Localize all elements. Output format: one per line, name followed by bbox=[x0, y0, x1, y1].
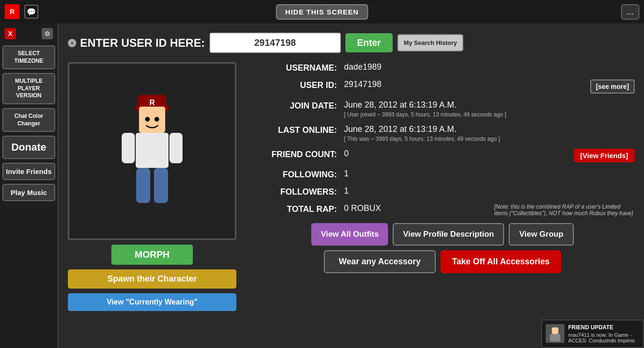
friend-update-content: FRIEND UPDATE mau7411 is now: In Game - … bbox=[568, 324, 639, 343]
invite-friends-button[interactable]: Invite Friends bbox=[2, 163, 55, 180]
search-label-text: ENTER USER ID HERE: bbox=[80, 36, 205, 50]
friendcount-value: 0 bbox=[344, 149, 564, 159]
wear-any-accessory-button[interactable]: Wear any Accessory bbox=[324, 250, 436, 273]
top-bar: R 💬 HIDE THIS SCREEN ... bbox=[0, 0, 644, 23]
chat-color-button[interactable]: Chat Color Changer bbox=[2, 108, 55, 132]
svg-rect-3 bbox=[139, 107, 165, 133]
svg-rect-9 bbox=[136, 168, 150, 203]
friendcount-label: FRIEND COUNT: bbox=[250, 149, 344, 160]
see-more-button[interactable]: [see more] bbox=[590, 80, 635, 94]
friend-update-title: FRIEND UPDATE bbox=[568, 324, 639, 331]
followers-label: FOLLOWERS: bbox=[250, 186, 344, 197]
view-profile-description-button[interactable]: View Profile Description bbox=[393, 223, 504, 246]
profile-area: R bbox=[68, 62, 635, 311]
view-currently-wearing-button[interactable]: View "Currently Wearing" bbox=[68, 293, 236, 311]
joindate-label: JOIN DATE: bbox=[250, 100, 344, 111]
view-all-outfits-button[interactable]: View All Outfits bbox=[311, 223, 388, 246]
search-input[interactable] bbox=[210, 33, 341, 53]
lastonline-label: LAST ONLINE: bbox=[250, 124, 344, 135]
friend-update-text: mau7411 is now: In Game - ACCES: Conduzi… bbox=[568, 332, 639, 343]
take-off-accessories-button[interactable]: Take Off All Accessories bbox=[440, 250, 561, 273]
svg-rect-10 bbox=[154, 168, 168, 203]
sidebar: X ⚙ SELECT TIMEZONE MULTIPLE PLAYER VERS… bbox=[0, 23, 59, 348]
avatar-section: R bbox=[68, 62, 236, 311]
followers-value: 1 bbox=[344, 186, 635, 196]
svg-rect-6 bbox=[136, 133, 168, 168]
svg-rect-7 bbox=[122, 133, 135, 163]
friend-avatar-icon bbox=[546, 324, 564, 343]
svg-point-5 bbox=[154, 117, 159, 122]
following-row: FOLLOWING: 1 bbox=[250, 169, 635, 180]
userid-row: USER ID: 29147198 [see more] bbox=[250, 80, 635, 94]
search-row: ● ENTER USER ID HERE: Enter My Search Hi… bbox=[68, 33, 635, 53]
username-value: dade1989 bbox=[344, 62, 635, 72]
chat-icon[interactable]: 💬 bbox=[24, 5, 38, 19]
username-label: USERNAME: bbox=[250, 62, 344, 73]
select-timezone-button[interactable]: SELECT TIMEZONE bbox=[2, 45, 55, 69]
joindate-sub: [ User joined ~ 3993 days, 5 hours, 13 m… bbox=[344, 111, 635, 118]
friendcount-row: FRIEND COUNT: 0 [View Friends] bbox=[250, 149, 635, 162]
friend-update-notification: FRIEND UPDATE mau7411 is now: In Game - … bbox=[541, 319, 644, 348]
totalrap-row: TOTAL RAP: 0 ROBUX [Note: this is the co… bbox=[250, 203, 635, 217]
view-friends-button[interactable]: [View Friends] bbox=[574, 149, 635, 162]
avatar-figure: R bbox=[105, 81, 199, 221]
svg-rect-8 bbox=[169, 133, 183, 163]
svg-rect-13 bbox=[550, 334, 560, 341]
rap-note: [Note: this is the combined RAP of a use… bbox=[494, 203, 635, 217]
hide-screen-button[interactable]: HIDE THIS SCREEN bbox=[276, 4, 368, 20]
following-label: FOLLOWING: bbox=[250, 169, 344, 180]
followers-row: FOLLOWERS: 1 bbox=[250, 186, 635, 197]
multiple-player-button[interactable]: MULTIPLE PLAYER VERSION bbox=[2, 73, 55, 104]
more-options-button[interactable]: ... bbox=[621, 4, 639, 20]
lastonline-row: LAST ONLINE: June 28, 2012 at 6:13:19 A.… bbox=[250, 124, 635, 142]
svg-point-4 bbox=[145, 117, 150, 122]
joindate-row: JOIN DATE: June 28, 2012 at 6:13:19 A.M.… bbox=[250, 100, 635, 118]
sidebar-top-row: X ⚙ bbox=[2, 28, 55, 39]
avatar-box: R bbox=[68, 62, 236, 240]
morph-button[interactable]: MORPH bbox=[111, 245, 193, 265]
joindate-value: June 28, 2012 at 6:13:19 A.M. [ User joi… bbox=[344, 100, 635, 118]
arrow-icon: ● bbox=[68, 39, 76, 47]
roblox-logo-icon: R bbox=[5, 4, 20, 19]
close-button[interactable]: X bbox=[5, 28, 16, 39]
play-music-button[interactable]: Play Music bbox=[2, 184, 55, 201]
search-history-button[interactable]: My Search History bbox=[397, 34, 463, 51]
username-row: USERNAME: dade1989 bbox=[250, 62, 635, 73]
accessory-buttons-row: Wear any Accessory Take Off All Accessor… bbox=[250, 250, 635, 273]
totalrap-value: 0 ROBUX bbox=[344, 203, 485, 213]
info-section: USERNAME: dade1989 USER ID: 29147198 [se… bbox=[250, 62, 635, 311]
enter-button[interactable]: Enter bbox=[345, 33, 393, 52]
gear-icon[interactable]: ⚙ bbox=[42, 28, 53, 39]
userid-label: USER ID: bbox=[250, 80, 344, 90]
lastonline-sub: [ This was ~ 3993 days, 5 hours, 13 minu… bbox=[344, 136, 635, 142]
userid-value: 29147198 bbox=[344, 80, 576, 89]
totalrap-label: TOTAL RAP: bbox=[250, 203, 344, 214]
donate-button[interactable]: Donate bbox=[2, 136, 55, 159]
lastonline-value: June 28, 2012 at 6:13:19 A.M. [ This was… bbox=[344, 124, 635, 142]
spawn-character-button[interactable]: Spawn their Character bbox=[68, 269, 236, 289]
following-value: 1 bbox=[344, 169, 635, 179]
svg-text:R: R bbox=[149, 99, 155, 107]
view-group-button[interactable]: View Group bbox=[509, 223, 573, 246]
action-buttons-row: View All Outfits View Profile Descriptio… bbox=[250, 223, 635, 246]
svg-rect-12 bbox=[552, 327, 558, 334]
main-content: ● ENTER USER ID HERE: Enter My Search Hi… bbox=[59, 23, 644, 348]
search-label: ● ENTER USER ID HERE: bbox=[68, 36, 205, 50]
